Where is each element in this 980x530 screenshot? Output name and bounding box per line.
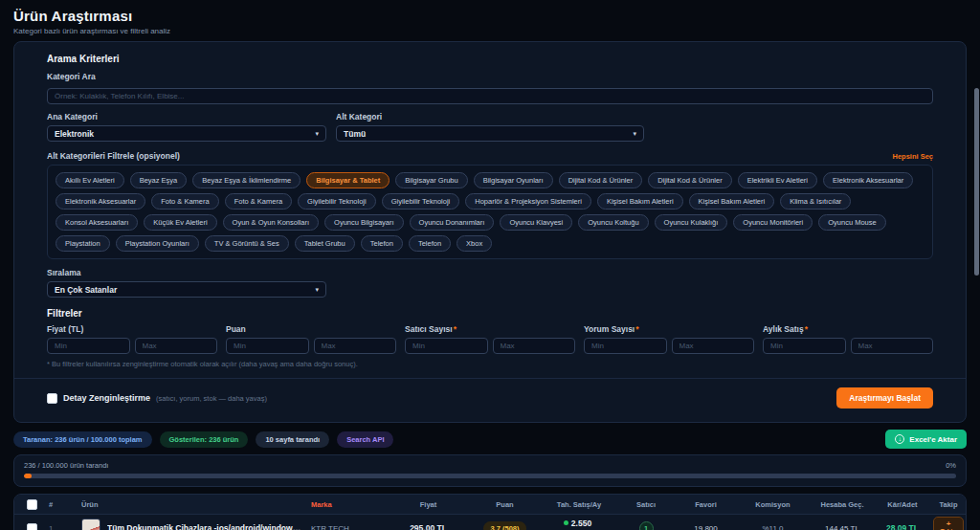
subcategory-chip[interactable]: Beyaz Eşya & İklimlendirme bbox=[192, 172, 301, 188]
subcategory-chip[interactable]: Oyuncu Bilgisayarı bbox=[324, 214, 404, 231]
filter-label: Yorum Sayısı bbox=[584, 324, 635, 334]
table-header-row: # Ürün Marka Fiyat Puan Tah. Satış/Ay Sa… bbox=[14, 495, 966, 515]
filter-min-input[interactable] bbox=[763, 338, 846, 354]
filter-group: Aylık Satış* bbox=[763, 324, 933, 354]
enrichment-checkbox[interactable] bbox=[47, 393, 57, 404]
subcategory-chip[interactable]: Dijital Kod & Ürünler bbox=[648, 172, 732, 188]
status-row: Taranan: 236 ürün / 100.000 toplamGöster… bbox=[13, 430, 967, 449]
subcategory-chip[interactable]: Kişisel Bakım Aletleri bbox=[689, 193, 775, 210]
filter-max-input[interactable] bbox=[851, 338, 934, 354]
progress-fill bbox=[24, 474, 32, 478]
subcategory-chip[interactable]: Bilgisayar & Tablet bbox=[306, 172, 390, 188]
subcategory-chip[interactable]: Kişisel Bakım Aletleri bbox=[597, 193, 683, 210]
subcategory-chip[interactable]: Xbox bbox=[457, 235, 492, 252]
col-follow: Takip bbox=[929, 500, 967, 509]
subcategory-chip[interactable]: Oyun & Oyun Konsolları bbox=[223, 214, 319, 231]
subcategory-chip[interactable]: Elektronik Aksesuarlar bbox=[56, 193, 145, 210]
subcategory-chip[interactable]: Foto & Kamera bbox=[151, 193, 218, 210]
follow-button[interactable]: + Takip bbox=[933, 517, 964, 530]
subcategory-chip[interactable]: Dijital Kod & Ürünler bbox=[559, 172, 643, 188]
subcategory-chip[interactable]: Giyilebilir Teknoloji bbox=[382, 193, 460, 210]
filter-max-input[interactable] bbox=[135, 338, 218, 354]
criteria-heading: Arama Kriterleri bbox=[47, 54, 933, 64]
subcategory-chip[interactable]: Küçük Ev Aletleri bbox=[144, 214, 216, 231]
subcategory-chip[interactable]: Bilgisayar Oyunları bbox=[474, 172, 553, 188]
subcategory-chip[interactable]: Oyuncu Koltuğu bbox=[578, 214, 648, 231]
enrichment-label: Detay Zenginleştirme bbox=[63, 393, 150, 403]
required-star-icon: * bbox=[805, 324, 808, 334]
chevron-down-icon: ▾ bbox=[315, 286, 319, 293]
category-search-label: Kategori Ara bbox=[47, 72, 933, 81]
col-index: # bbox=[49, 500, 74, 509]
subcategory-chip[interactable]: Elektrikli Ev Aletleri bbox=[738, 172, 817, 188]
row-checkbox[interactable] bbox=[27, 523, 37, 530]
commission-rate: %11.0 bbox=[737, 524, 809, 530]
filter-group: Puan bbox=[226, 324, 396, 354]
main-category-select[interactable]: Elektronik ▾ bbox=[47, 125, 326, 142]
product-brand: KTR TECH bbox=[311, 524, 388, 530]
enrichment-toggle[interactable]: Detay Zenginleştirme (satıcı, yorum, sto… bbox=[47, 393, 267, 404]
scrollbar[interactable] bbox=[974, 88, 979, 276]
category-search-input[interactable] bbox=[47, 88, 933, 104]
subcategory-chip[interactable]: Playstation Oyunları bbox=[116, 235, 199, 252]
plus-icon: + bbox=[947, 520, 951, 528]
search-criteria-card: Arama Kriterleri Kategori Ara Ana Katego… bbox=[13, 41, 967, 423]
subcategory-chip[interactable]: Oyuncu Donanımları bbox=[410, 214, 495, 231]
subcategory-chip[interactable]: Konsol Aksesuarları bbox=[56, 214, 138, 231]
filter-max-input[interactable] bbox=[314, 338, 397, 354]
select-all-link[interactable]: Hepsini Seç bbox=[892, 152, 933, 161]
chevron-down-icon: ▾ bbox=[315, 130, 319, 137]
subcategory-chip[interactable]: Telefon bbox=[361, 235, 403, 252]
filter-min-input[interactable] bbox=[47, 338, 130, 354]
product-name[interactable]: Tüm Dokunmatik Cihazlara -ios/android/wi… bbox=[107, 523, 303, 530]
subcategory-chip[interactable]: Akıllı Ev Aletleri bbox=[56, 172, 124, 188]
col-monthly-sales: Tah. Satış/Ay bbox=[541, 500, 617, 509]
sub-category-value: Tümü bbox=[344, 129, 366, 139]
subcategory-chip[interactable]: Oyuncu Klavyesi bbox=[500, 214, 572, 231]
table-row[interactable]: 1 Tüm Dokunmatik Cihazlara -ios/android/… bbox=[14, 515, 966, 530]
subcategory-chip[interactable]: Playstation bbox=[56, 235, 110, 252]
subcategory-chip[interactable]: Klima & Isıtıcılar bbox=[780, 193, 851, 210]
page-title: Ürün Araştırması bbox=[13, 8, 967, 24]
sort-value: En Çok Satanlar bbox=[55, 285, 117, 295]
sort-select[interactable]: En Çok Satanlar ▾ bbox=[47, 281, 326, 298]
status-badge: Search API bbox=[337, 431, 393, 448]
subcategory-chip[interactable]: Oyuncu Monitörleri bbox=[733, 214, 813, 231]
filters-note: * Bu filtreler kullanılırsa zenginleştir… bbox=[47, 360, 933, 368]
sub-category-select[interactable]: Tümü ▾ bbox=[336, 125, 644, 142]
subcategory-chip[interactable]: Bilgisayar Grubu bbox=[395, 172, 467, 188]
subcategory-chip[interactable]: Telefon bbox=[409, 235, 451, 252]
subcategory-chip[interactable]: Oyuncu Mouse bbox=[818, 214, 885, 231]
filter-min-input[interactable] bbox=[584, 338, 667, 354]
subcategory-chip[interactable]: Foto & Kamera bbox=[225, 193, 292, 210]
progress-card: 236 / 100.000 ürün tarandı 0% bbox=[13, 454, 967, 487]
select-all-checkbox[interactable] bbox=[27, 499, 37, 510]
progress-percent: 0% bbox=[946, 461, 956, 470]
subcategory-chip[interactable]: Hoparlör & Projeksiyon Sistemleri bbox=[465, 193, 591, 210]
subcategory-chip[interactable]: Elektronik Aksesuarlar bbox=[823, 172, 913, 188]
sales-dot-icon bbox=[564, 520, 568, 525]
enrichment-hint: (satıcı, yorum, stok — daha yavaş) bbox=[156, 394, 267, 403]
rating-badge: 3.7 (508) bbox=[483, 521, 525, 530]
col-commission: Komisyon bbox=[737, 500, 809, 509]
export-excel-button[interactable]: ↓ Excel'e Aktar bbox=[885, 430, 967, 449]
required-star-icon: * bbox=[454, 324, 457, 334]
col-brand[interactable]: Marka bbox=[311, 500, 388, 509]
subcategory-chip[interactable]: TV & Görüntü & Ses bbox=[205, 235, 289, 252]
subcategory-chip[interactable]: Giyilebilir Teknoloji bbox=[298, 193, 376, 210]
filter-max-input[interactable] bbox=[672, 338, 755, 354]
filter-min-input[interactable] bbox=[405, 338, 488, 354]
status-badge: 10 sayfa tarandı bbox=[256, 431, 329, 448]
subcategory-chip[interactable]: Oyuncu Kulaklığı bbox=[655, 214, 728, 231]
filter-max-input[interactable] bbox=[493, 338, 576, 354]
results-table: # Ürün Marka Fiyat Puan Tah. Satış/Ay Sa… bbox=[13, 494, 967, 530]
filter-min-input[interactable] bbox=[226, 338, 309, 354]
filters-heading: Filtreler bbox=[47, 308, 933, 319]
subcategory-chip[interactable]: Beyaz Eşya bbox=[130, 172, 188, 188]
col-sellers: Satıcı bbox=[617, 500, 675, 509]
subcategory-chip[interactable]: Tablet Grubu bbox=[295, 235, 355, 252]
sub-category-label: Alt Kategori bbox=[336, 112, 644, 121]
start-research-button[interactable]: Araştırmayı Başlat bbox=[836, 387, 933, 409]
favorites-count: 19.800 bbox=[675, 524, 737, 530]
progress-bar bbox=[24, 474, 956, 478]
